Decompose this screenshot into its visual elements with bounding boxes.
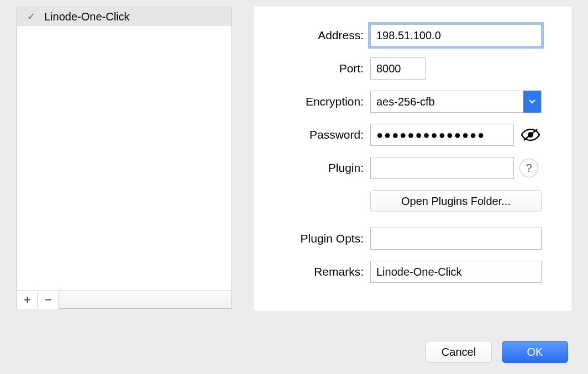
checkmark-icon: ✓ xyxy=(27,10,35,23)
row-address: Address: xyxy=(254,24,555,46)
remarks-input[interactable] xyxy=(370,261,542,283)
row-plugin: Plugin: ? xyxy=(254,157,555,179)
port-label: Port: xyxy=(254,62,370,75)
row-password: Password: xyxy=(254,124,555,146)
dialog-buttons: Cancel OK xyxy=(426,341,568,363)
server-list-item[interactable]: ✓ Linode-One-Click xyxy=(17,7,232,26)
server-list[interactable]: ✓ Linode-One-Click xyxy=(17,7,232,291)
minus-icon: − xyxy=(45,294,52,306)
address-input[interactable] xyxy=(370,24,542,46)
row-open-plugins: Open Plugins Folder... xyxy=(254,190,555,212)
encryption-select[interactable]: aes-256-cfb xyxy=(370,91,542,113)
add-button[interactable]: + xyxy=(17,291,38,309)
password-input[interactable] xyxy=(370,124,514,146)
plugin-label: Plugin: xyxy=(254,161,370,175)
remove-button[interactable]: − xyxy=(38,291,59,309)
cancel-button[interactable]: Cancel xyxy=(426,341,492,363)
eye-slash-icon xyxy=(521,127,540,143)
port-input[interactable] xyxy=(370,57,426,80)
row-plugin-opts: Plugin Opts: xyxy=(254,228,555,250)
plugin-opts-input[interactable] xyxy=(370,228,542,250)
plugin-opts-label: Plugin Opts: xyxy=(254,232,370,245)
plugin-help-button[interactable]: ? xyxy=(519,159,538,177)
form-pane: Address: Port: Encryption: aes-256-cfb xyxy=(254,7,571,310)
chevron-down-icon xyxy=(523,91,541,113)
plus-icon: + xyxy=(24,294,31,306)
list-footer: + − xyxy=(17,291,232,309)
row-encryption: Encryption: aes-256-cfb xyxy=(254,91,555,113)
plugin-input[interactable] xyxy=(370,157,514,179)
ok-button[interactable]: OK xyxy=(502,341,568,363)
row-port: Port: xyxy=(254,57,555,80)
preferences-window: ✓ Linode-One-Click + − Address: xyxy=(0,0,588,374)
toggle-password-visibility[interactable] xyxy=(519,124,542,146)
remarks-label: Remarks: xyxy=(254,265,370,278)
server-list-pane: ✓ Linode-One-Click + − xyxy=(17,7,232,310)
question-icon: ? xyxy=(526,162,532,175)
encryption-value: aes-256-cfb xyxy=(376,96,435,108)
open-plugins-folder-button[interactable]: Open Plugins Folder... xyxy=(370,190,542,212)
row-remarks: Remarks: xyxy=(254,261,555,283)
content-area: ✓ Linode-One-Click + − Address: xyxy=(0,0,588,310)
address-label: Address: xyxy=(254,29,370,42)
password-label: Password: xyxy=(254,128,370,141)
encryption-label: Encryption: xyxy=(254,95,370,108)
server-list-item-label: Linode-One-Click xyxy=(44,10,130,23)
